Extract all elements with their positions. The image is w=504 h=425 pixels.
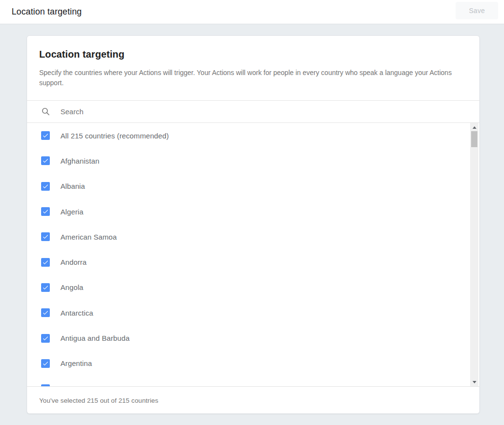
country-row[interactable]: Argentina: [27, 351, 479, 376]
country-list: All 215 countries (recommended)Afghanist…: [27, 122, 479, 386]
country-rows: All 215 countries (recommended)Afghanist…: [27, 123, 479, 386]
country-label: Argentina: [60, 359, 92, 367]
country-row[interactable]: Angola: [27, 275, 479, 300]
chevron-up-icon: [473, 126, 476, 129]
checkbox-checked[interactable]: [41, 156, 50, 165]
selection-summary: You've selected 215 out of 215 countries: [39, 397, 158, 404]
country-row[interactable]: Algeria: [27, 199, 479, 224]
country-row[interactable]: [27, 376, 479, 386]
country-label: American Samoa: [60, 233, 117, 241]
save-button[interactable]: Save: [456, 2, 498, 19]
card-description: Specify the countries where your Actions…: [39, 68, 455, 88]
country-label: Antigua and Barbuda: [60, 334, 130, 342]
scroll-up-button[interactable]: [470, 124, 478, 131]
country-label: Angola: [60, 283, 83, 291]
page-title: Location targeting: [12, 7, 82, 17]
checkbox-checked[interactable]: [41, 384, 50, 386]
card-header: Location targeting Specify the countries…: [27, 36, 479, 100]
country-row[interactable]: Andorra: [27, 249, 479, 274]
search-row: [27, 100, 479, 122]
search-input[interactable]: [60, 107, 479, 116]
country-row[interactable]: Antarctica: [27, 300, 479, 325]
scroll-down-button[interactable]: [470, 379, 478, 386]
country-row[interactable]: All 215 countries (recommended): [27, 123, 479, 148]
checkbox-checked[interactable]: [41, 359, 50, 368]
country-label: Algeria: [60, 208, 83, 216]
country-row[interactable]: American Samoa: [27, 224, 479, 249]
country-label: Antarctica: [60, 309, 93, 317]
scrollbar[interactable]: [470, 123, 478, 386]
checkbox-checked[interactable]: [41, 308, 50, 317]
card-title: Location targeting: [39, 49, 467, 60]
app-bar: Location targeting Save: [0, 0, 504, 24]
checkbox-checked[interactable]: [41, 207, 50, 216]
country-label: All 215 countries (recommended): [60, 132, 169, 140]
search-icon: [41, 107, 50, 116]
checkbox-checked[interactable]: [41, 131, 50, 140]
country-row[interactable]: Albania: [27, 174, 479, 199]
location-targeting-card: Location targeting Specify the countries…: [27, 35, 480, 414]
checkbox-checked[interactable]: [41, 182, 50, 191]
country-row[interactable]: Afghanistan: [27, 148, 479, 173]
checkbox-checked[interactable]: [41, 283, 50, 292]
checkbox-checked[interactable]: [41, 258, 50, 267]
checkbox-checked[interactable]: [41, 232, 50, 241]
card-footer: You've selected 215 out of 215 countries: [27, 386, 479, 414]
country-label: Andorra: [60, 258, 87, 266]
chevron-down-icon: [473, 381, 476, 383]
scrollbar-thumb[interactable]: [471, 131, 477, 147]
country-label: Afghanistan: [60, 157, 99, 165]
country-label: Albania: [60, 182, 85, 190]
content-area: Location targeting Specify the countries…: [0, 35, 504, 414]
checkbox-checked[interactable]: [41, 334, 50, 343]
country-row[interactable]: Antigua and Barbuda: [27, 325, 479, 350]
